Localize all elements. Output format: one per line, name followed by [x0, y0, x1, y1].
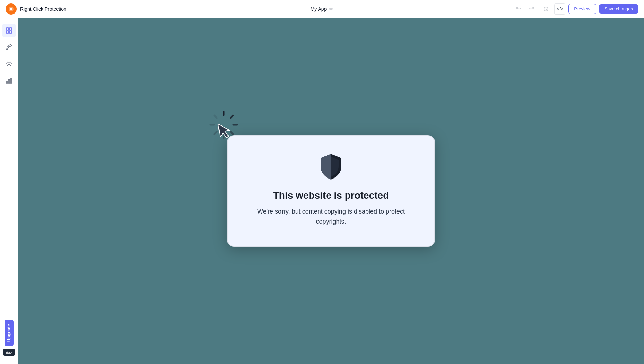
code-icon: </>	[557, 6, 563, 11]
svg-rect-8	[6, 81, 8, 83]
upgrade-button[interactable]: Upgrade	[5, 320, 14, 346]
header-left: Right Click Protection	[6, 3, 66, 15]
sidebar-item-analytics[interactable]	[2, 73, 16, 87]
sidebar-bottom: Upgrade	[3, 320, 15, 358]
svg-rect-4	[6, 31, 9, 33]
code-button[interactable]: </>	[554, 3, 565, 15]
card-title: This website is protected	[249, 190, 413, 201]
undo-button[interactable]	[513, 3, 524, 15]
svg-line-13	[231, 115, 233, 118]
shield-icon-container	[249, 153, 413, 182]
sidebar: Upgrade	[0, 18, 18, 364]
page-title: Right Click Protection	[20, 6, 66, 12]
cursor-arrow-icon	[215, 120, 236, 144]
svg-rect-5	[9, 31, 12, 33]
protection-card: This website is protected We're sorry, b…	[227, 135, 435, 247]
redo-button[interactable]	[527, 3, 538, 15]
svg-rect-3	[9, 28, 12, 30]
sidebar-item-settings[interactable]	[2, 57, 16, 71]
header-center: My App ✏	[311, 6, 334, 12]
header: Right Click Protection My App ✏ </>	[0, 0, 644, 18]
edit-app-name-icon[interactable]: ✏	[329, 6, 333, 12]
svg-point-11	[11, 352, 12, 353]
app-name: My App	[311, 6, 327, 12]
canvas-area: This website is protected We're sorry, b…	[18, 18, 644, 364]
svg-line-19	[214, 115, 217, 118]
logo	[6, 3, 17, 15]
cursor-area	[206, 107, 248, 153]
svg-point-7	[8, 63, 10, 65]
svg-rect-10	[10, 78, 12, 83]
main-layout: Upgrade	[0, 18, 644, 364]
history-button[interactable]	[540, 3, 552, 15]
shield-icon	[319, 153, 343, 180]
header-right: </> Preview Save changes	[513, 3, 638, 15]
card-description: We're sorry, but content copying is disa…	[249, 207, 413, 227]
svg-rect-2	[6, 28, 9, 30]
save-button[interactable]: Save changes	[599, 4, 638, 14]
svg-rect-9	[8, 79, 10, 83]
widget-container: This website is protected We're sorry, b…	[227, 135, 435, 247]
sidebar-item-grid[interactable]	[2, 24, 16, 37]
preview-button[interactable]: Preview	[568, 4, 596, 14]
sidebar-item-tools[interactable]	[2, 40, 16, 54]
bottom-logo	[3, 349, 15, 356]
